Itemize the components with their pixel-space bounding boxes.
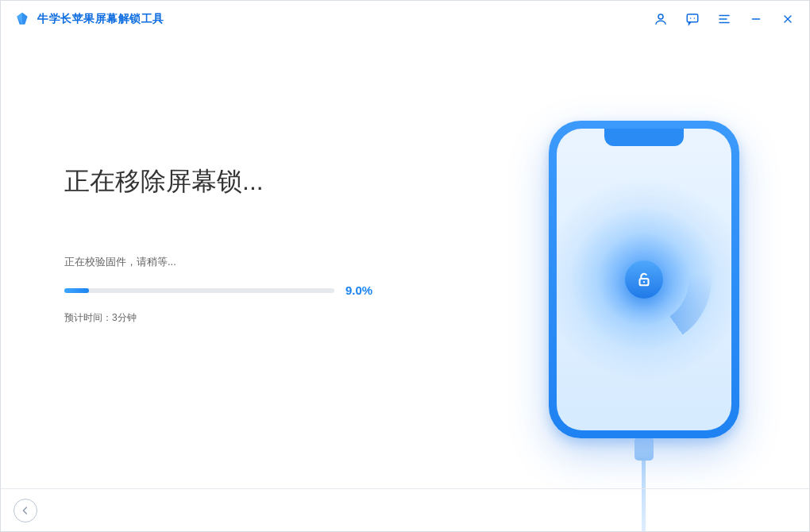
svg-point-2 <box>690 17 692 19</box>
svg-point-0 <box>658 14 663 19</box>
progress-fill <box>64 288 89 293</box>
phone-illustration <box>549 121 739 454</box>
page-heading: 正在移除屏幕锁... <box>64 164 446 199</box>
minimize-button[interactable] <box>747 10 765 28</box>
cable-plug <box>634 438 654 461</box>
feedback-icon[interactable] <box>684 10 701 28</box>
brand-logo-icon <box>14 10 31 28</box>
svg-rect-1 <box>687 14 698 22</box>
unlocked-lock-icon <box>625 260 663 299</box>
titlebar-actions <box>652 10 796 28</box>
progress-row: 9.0% <box>64 283 446 297</box>
back-button[interactable] <box>14 499 37 522</box>
progress-percent: 9.0% <box>345 283 372 297</box>
svg-point-3 <box>694 17 696 19</box>
user-icon[interactable] <box>652 10 669 28</box>
phone-notch <box>604 129 684 146</box>
brand: 牛学长苹果屏幕解锁工具 <box>14 10 164 28</box>
content: 正在移除屏幕锁... 正在校验固件，请稍等... 9.0% 预计时间：3分钟 <box>1 37 809 488</box>
phone-body <box>549 121 739 438</box>
phone-screen <box>557 129 731 430</box>
footer <box>1 488 809 531</box>
titlebar: 牛学长苹果屏幕解锁工具 <box>1 1 809 37</box>
progress-bar <box>64 288 334 293</box>
menu-icon[interactable] <box>716 10 733 28</box>
status-text: 正在校验固件，请稍等... <box>64 255 446 269</box>
svg-point-11 <box>643 281 645 283</box>
eta-text: 预计时间：3分钟 <box>64 311 446 325</box>
app-title: 牛学长苹果屏幕解锁工具 <box>37 12 164 26</box>
illustration-pane <box>446 37 809 488</box>
app-window: 牛学长苹果屏幕解锁工具 正在移除屏幕锁... 正在校验固件，请稍等... <box>0 0 810 532</box>
close-button[interactable] <box>779 10 796 28</box>
left-pane: 正在移除屏幕锁... 正在校验固件，请稍等... 9.0% 预计时间：3分钟 <box>1 37 446 488</box>
